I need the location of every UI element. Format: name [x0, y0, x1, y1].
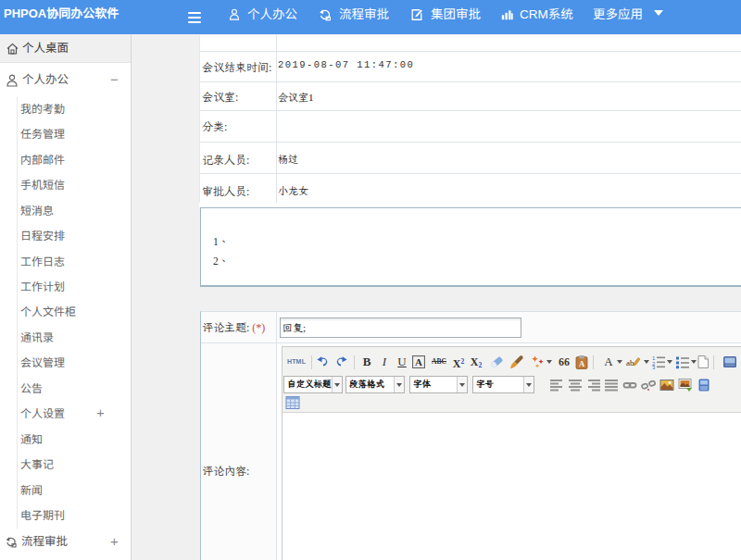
svg-text:ab: ab	[626, 358, 634, 367]
svg-text:3: 3	[652, 365, 656, 369]
svg-text:A: A	[579, 359, 585, 368]
